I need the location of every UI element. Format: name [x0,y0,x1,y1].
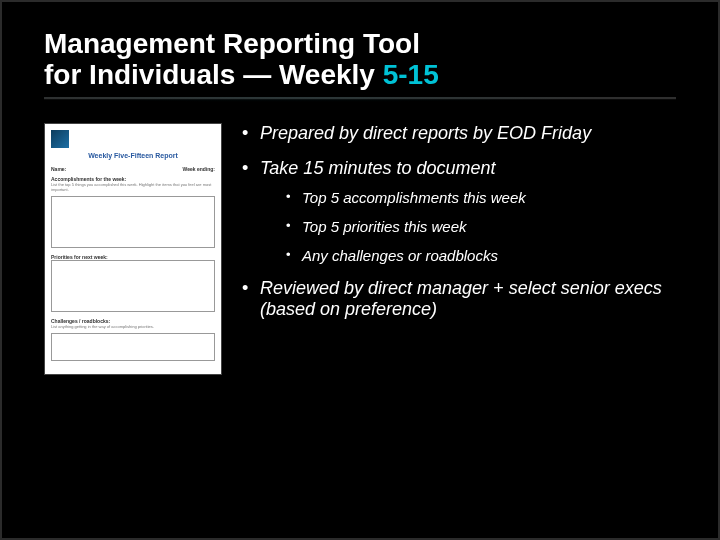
thumb-box-3 [51,333,215,361]
title-block: Management Reporting Tool for Individual… [44,28,676,99]
thumb-sec3-hint: List anything getting in the way of acco… [51,325,215,330]
thumb-sec3-label: Challenges / roadblocks: [51,318,110,324]
bullet-text: Take 15 minutes to document [260,158,495,178]
bullet-item: Reviewed by direct manager + select seni… [242,278,676,320]
title-underline [44,97,676,99]
thumb-title: Weekly Five-Fifteen Report [51,152,215,160]
content-row: Weekly Five-Fifteen Report Name: Week en… [44,123,676,375]
thumb-sec1-hint: List the top 5 things you accomplished t… [51,183,215,193]
title-line-1: Management Reporting Tool [44,28,420,59]
bullet-area: Prepared by direct reports by EOD Friday… [242,123,676,334]
slide-title: Management Reporting Tool for Individual… [44,28,676,91]
thumb-box-2 [51,260,215,312]
thumb-box-1 [51,196,215,248]
thumb-name-label: Name: [51,166,66,172]
thumb-fields: Name: Week ending: [51,166,215,172]
thumb-week-label: Week ending: [183,166,215,172]
bullet-list-level1: Prepared by direct reports by EOD Friday… [242,123,676,320]
thumb-sec2-label: Priorities for next week: [51,254,108,260]
thumb-logo-icon [51,130,69,148]
title-accent: 5-15 [383,59,439,90]
report-thumbnail: Weekly Five-Fifteen Report Name: Week en… [44,123,222,375]
bullet-list-level2: Top 5 accomplishments this week Top 5 pr… [260,189,676,264]
sub-bullet-item: Any challenges or roadblocks [286,247,676,264]
thumb-header [51,130,215,148]
bullet-item: Take 15 minutes to document Top 5 accomp… [242,158,676,264]
sub-bullet-item: Top 5 priorities this week [286,218,676,235]
bullet-item: Prepared by direct reports by EOD Friday [242,123,676,144]
sub-bullet-item: Top 5 accomplishments this week [286,189,676,206]
slide: Management Reporting Tool for Individual… [0,0,720,540]
title-line-2-prefix: for Individuals — Weekly [44,59,383,90]
